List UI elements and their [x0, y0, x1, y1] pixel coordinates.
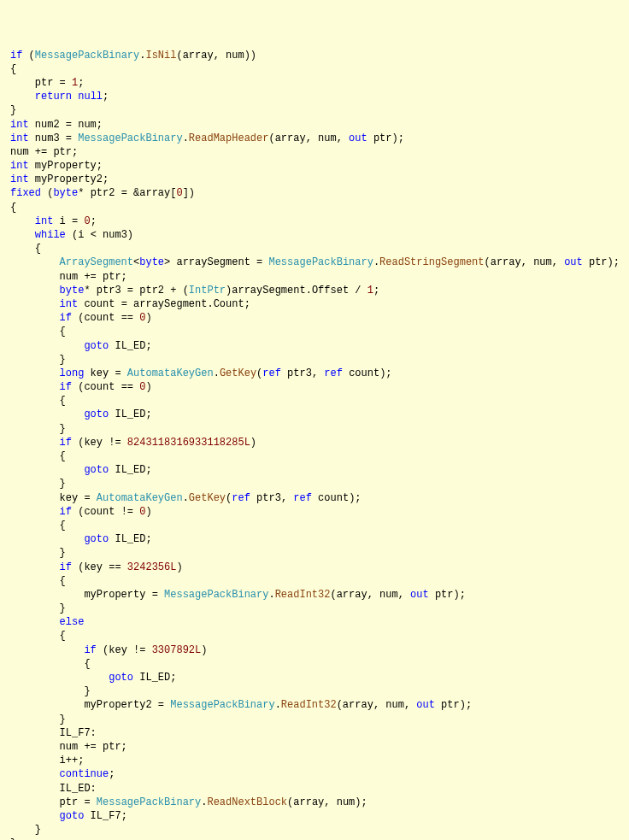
- code-token: ;: [103, 91, 109, 103]
- code-line: if (count == 0): [10, 311, 619, 325]
- code-token: [10, 298, 60, 310]
- code-token: IL_ED;: [133, 672, 176, 684]
- code-token: ptr);: [367, 132, 404, 144]
- code-token: 0: [84, 215, 90, 227]
- code-token: [10, 810, 60, 822]
- code-token: goto: [84, 533, 109, 545]
- code-token: fixed: [10, 187, 41, 199]
- code-line: int num2 = num;: [10, 118, 619, 132]
- code-token: }: [10, 685, 91, 697]
- code-token: (array, num,: [337, 699, 417, 711]
- code-token: 3242356L: [127, 561, 177, 573]
- code-token: (array, num,: [485, 256, 565, 268]
- code-token: byte: [139, 256, 164, 268]
- code-token: myProperty;: [29, 160, 103, 172]
- code-token: if: [84, 644, 96, 656]
- code-token: out: [410, 589, 429, 601]
- code-token: [10, 533, 84, 545]
- code-line: if (key == 3242356L): [10, 561, 619, 574]
- code-line: if (MessagePackBinary.IsNil(array, num)): [10, 49, 619, 62]
- code-token: goto: [60, 810, 85, 822]
- code-line: myProperty = MessagePackBinary.ReadInt32…: [10, 588, 619, 602]
- code-line: else: [10, 615, 619, 629]
- code-token: int: [10, 173, 29, 185]
- code-token: }: [10, 824, 41, 836]
- code-token: while: [35, 229, 66, 241]
- code-token: ReadStringSegment: [379, 256, 484, 268]
- code-token: MessagePackBinary: [268, 256, 373, 268]
- code-line: }: [10, 684, 619, 698]
- code-token: [10, 768, 60, 780]
- code-block: if (MessagePackBinary.IsNil(array, num))…: [10, 49, 619, 840]
- code-token: [10, 285, 60, 297]
- code-token: num2 = num;: [29, 119, 103, 131]
- code-token: ptr3,: [250, 492, 293, 504]
- code-token: ): [176, 561, 182, 573]
- code-token: int: [10, 119, 29, 131]
- code-line: }: [10, 823, 619, 837]
- code-line: byte* ptr3 = ptr2 + (IntPtr)arraySegment…: [10, 284, 619, 297]
- code-line: }: [10, 353, 619, 367]
- code-token: [10, 340, 84, 352]
- code-token: [10, 437, 60, 449]
- code-line: {: [10, 574, 619, 588]
- code-token: 3307892L: [152, 644, 202, 656]
- code-token: IsNil: [145, 50, 176, 62]
- code-token: {: [10, 202, 16, 214]
- code-token: ;: [91, 215, 97, 227]
- code-token: [10, 561, 60, 573]
- code-line: }: [10, 422, 619, 436]
- code-token: ]): [183, 187, 195, 199]
- code-line: goto IL_ED;: [10, 532, 619, 546]
- code-token: ): [145, 381, 151, 393]
- code-token: (key !=: [72, 437, 127, 449]
- code-token: goto: [84, 408, 109, 420]
- code-token: [10, 506, 60, 518]
- code-token: [10, 91, 35, 103]
- code-token: 8243118316933118285L: [127, 437, 250, 449]
- code-token: 0: [176, 187, 182, 199]
- code-token: ): [145, 312, 151, 324]
- code-line: myProperty2 = MessagePackBinary.ReadInt3…: [10, 698, 619, 712]
- code-token: {: [10, 450, 66, 462]
- code-token: {: [10, 575, 66, 587]
- code-token: IL_ED:: [10, 783, 97, 795]
- code-token: (: [22, 50, 34, 62]
- code-line: }: [10, 546, 619, 560]
- code-token: myProperty2;: [29, 173, 109, 185]
- code-line: ArraySegment<byte> arraySegment = Messag…: [10, 256, 619, 269]
- code-token: ptr);: [429, 589, 466, 601]
- code-token: ): [201, 644, 207, 656]
- code-token: (array, num);: [287, 796, 367, 808]
- code-token: count);: [312, 492, 362, 504]
- code-token: ): [145, 506, 151, 518]
- code-token: ptr);: [435, 699, 472, 711]
- code-line: {: [10, 394, 619, 408]
- code-token: else: [60, 616, 85, 628]
- code-token: null: [78, 91, 103, 103]
- code-line: goto IL_ED;: [10, 339, 619, 353]
- code-token: }: [10, 602, 66, 614]
- code-token: goto: [84, 464, 109, 476]
- code-token: .: [275, 699, 281, 711]
- code-line: }: [10, 477, 619, 490]
- code-token: > arraySegment =: [164, 256, 268, 268]
- code-token: IL_ED;: [109, 464, 151, 476]
- code-line: int myProperty;: [10, 159, 619, 173]
- code-line: ptr = 1;: [10, 76, 619, 90]
- code-token: ref: [324, 367, 343, 379]
- code-token: (key ==: [72, 561, 127, 573]
- code-token: GetKey: [220, 367, 256, 379]
- code-token: MessagePackBinary: [35, 50, 139, 62]
- code-token: IL_F7;: [84, 810, 126, 822]
- code-token: return: [35, 91, 72, 103]
- code-token: (array, num,: [330, 589, 410, 601]
- code-token: .: [183, 492, 189, 504]
- code-line: goto IL_ED;: [10, 408, 619, 421]
- code-line: continue;: [10, 767, 619, 781]
- code-token: }: [10, 423, 66, 435]
- code-token: ReadNextBlock: [207, 796, 287, 808]
- code-token: continue: [60, 768, 109, 780]
- code-line: num += ptr;: [10, 270, 619, 284]
- code-token: key =: [10, 492, 97, 504]
